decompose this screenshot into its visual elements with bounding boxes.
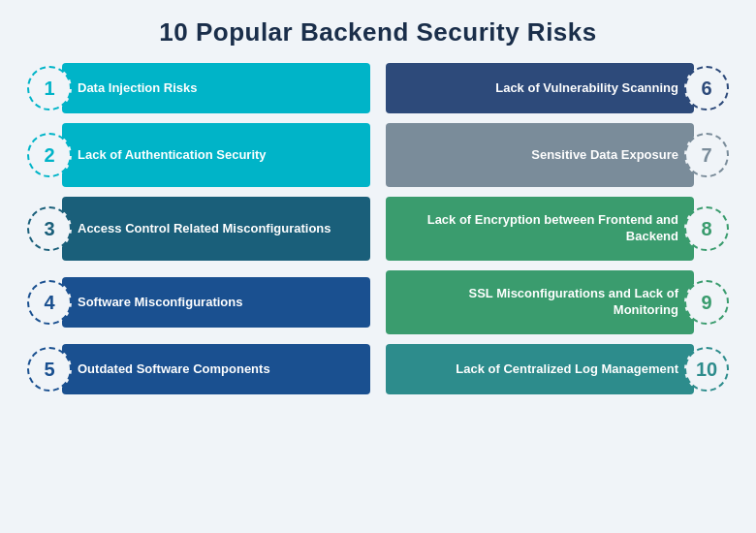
badge-3: 3	[27, 206, 72, 251]
risk-label-5: Outdated Software Components	[62, 344, 370, 394]
list-item: 5 Outdated Software Components	[27, 344, 370, 394]
main-container: 10 Popular Backend Security Risks 1 Data…	[0, 0, 756, 533]
list-item: 1 Data Injection Risks	[27, 63, 370, 113]
risk-label-10: Lack of Centralized Log Management	[386, 344, 694, 394]
list-item: 7 Sensitive Data Exposure	[386, 123, 729, 187]
risks-grid: 1 Data Injection Risks 6 Lack of Vulnera…	[27, 63, 729, 394]
risk-label-8: Lack of Encryption between Frontend and …	[386, 197, 694, 261]
badge-5: 5	[27, 347, 72, 392]
list-item: 8 Lack of Encryption between Frontend an…	[386, 197, 729, 261]
page-title: 10 Popular Backend Security Risks	[27, 17, 729, 47]
risk-label-3: Access Control Related Misconfigurations	[62, 197, 370, 261]
badge-10: 10	[684, 347, 729, 392]
risk-label-6: Lack of Vulnerability Scanning	[386, 63, 694, 113]
list-item: 10 Lack of Centralized Log Management	[386, 344, 729, 394]
list-item: 3 Access Control Related Misconfiguratio…	[27, 197, 370, 261]
badge-8: 8	[684, 206, 729, 251]
badge-2: 2	[27, 133, 72, 177]
risk-label-4: Software Misconfigurations	[62, 277, 370, 328]
badge-1: 1	[27, 66, 72, 110]
risk-label-2: Lack of Authentication Security	[62, 123, 370, 187]
risk-label-9: SSL Misconfigurations and Lack of Monito…	[386, 270, 694, 334]
badge-4: 4	[27, 280, 72, 325]
risk-label-7: Sensitive Data Exposure	[386, 123, 694, 187]
list-item: 9 SSL Misconfigurations and Lack of Moni…	[386, 270, 729, 334]
risk-label-1: Data Injection Risks	[62, 63, 370, 113]
list-item: 4 Software Misconfigurations	[27, 270, 370, 334]
list-item: 2 Lack of Authentication Security	[27, 123, 370, 187]
badge-9: 9	[684, 280, 729, 325]
badge-6: 6	[684, 66, 729, 110]
badge-7: 7	[684, 133, 729, 177]
list-item: 6 Lack of Vulnerability Scanning	[386, 63, 729, 113]
